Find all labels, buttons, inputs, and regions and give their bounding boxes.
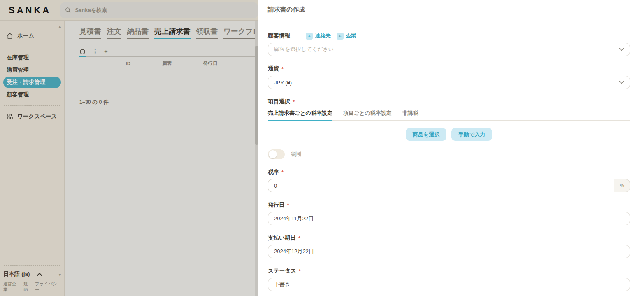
tab-workflow[interactable]: ワークフロー — [223, 26, 258, 39]
sidebar-item-home[interactable]: ホーム — [3, 30, 61, 42]
column-header-issue-date[interactable]: 発行日 — [188, 61, 233, 67]
discount-label: 割引 — [291, 151, 302, 158]
customer-field-group: 顧客情報 + 連絡先 + 企業 顧客を選択してください — [268, 32, 630, 56]
due-date-input[interactable]: 2024年12月22日 — [268, 245, 630, 258]
currency-field-group: 通貨 * JPY (¥) — [268, 65, 630, 89]
add-contact-button[interactable]: + 連絡先 — [306, 33, 331, 40]
chevron-down-icon — [619, 48, 624, 51]
required-mark: * — [281, 66, 284, 72]
sidebar-item-label: ワークスペース — [17, 113, 57, 120]
item-action-buttons: 商品を選択 手動で入力 — [268, 128, 630, 141]
home-icon — [7, 33, 13, 39]
pagination-status: 1–30 の 0 件 — [79, 99, 258, 106]
tax-rate-input[interactable] — [274, 183, 608, 189]
scrollbar[interactable] — [255, 21, 258, 296]
required-mark: * — [293, 99, 295, 105]
sidebar-divider — [4, 105, 60, 106]
app-window: SANKA ▲ ホーム 在庫管理 購買管理 受注・請求管理 顧客 — [0, 0, 644, 296]
column-header-id[interactable]: ID — [79, 57, 146, 70]
drawer-title: 請求書の作成 — [268, 6, 630, 14]
required-mark: * — [287, 202, 289, 208]
chevron-up-icon — [37, 273, 42, 276]
invoice-form: 顧客情報 + 連絡先 + 企業 顧客を選択してください — [258, 32, 644, 296]
add-company-button[interactable]: + 企業 — [337, 33, 356, 40]
tax-rate-field-group: 税率 * % — [268, 168, 630, 192]
sidebar-scroll-up-icon[interactable]: ▲ — [58, 24, 62, 28]
tax-mode-tabs: 売上請求書ごとの税率設定 項目ごとの税率設定 非課税 — [268, 110, 630, 121]
footer-link-company[interactable]: 運営企業 — [3, 281, 21, 293]
search-icon — [65, 7, 71, 13]
kebab-menu-icon[interactable]: ⋮ — [93, 49, 98, 56]
tab-orders[interactable]: 注文 — [107, 26, 121, 39]
tab-delivery-notes[interactable]: 納品書 — [127, 26, 149, 39]
tax-rate-label: 税率 — [268, 168, 279, 176]
background-page: SANKA ▲ ホーム 在庫管理 購買管理 受注・請求管理 顧客 — [0, 0, 258, 296]
add-company-label: 企業 — [346, 33, 356, 40]
customer-add-actions: + 連絡先 + 企業 — [306, 33, 356, 40]
tab-receipts[interactable]: 領収書 — [196, 26, 218, 39]
workspace-icon — [7, 113, 13, 120]
sidebar-divider — [4, 265, 60, 266]
scrollbar-thumb[interactable] — [255, 46, 258, 145]
select-product-button[interactable]: 商品を選択 — [406, 128, 446, 141]
issue-date-input[interactable]: 2024年11月22日 — [268, 212, 630, 225]
plus-icon: + — [337, 33, 344, 40]
required-mark: * — [298, 235, 300, 241]
top-bar: SANKA — [0, 0, 258, 21]
status-input[interactable]: 下書き — [268, 278, 630, 291]
sidebar-item-label: 受注・請求管理 — [7, 79, 46, 86]
tab-tax-per-item[interactable]: 項目ごとの税率設定 — [343, 110, 392, 117]
search-input[interactable] — [75, 7, 248, 13]
sanka-logo: SANKA — [0, 5, 60, 16]
customer-label: 顧客情報 — [268, 32, 290, 40]
currency-select[interactable]: JPY (¥) — [268, 76, 630, 89]
percent-suffix: % — [614, 179, 630, 192]
required-mark: * — [299, 268, 301, 274]
currency-value: JPY (¥) — [274, 79, 292, 86]
sidebar-footer: 日本語 (ja) 運営企業 規約 プライバシー — [3, 260, 61, 293]
footer-links: 運営企業 規約 プライバシー — [3, 281, 61, 293]
language-selector[interactable]: 日本語 (ja) — [3, 270, 61, 278]
view-tab-circle-icon[interactable] — [79, 49, 86, 57]
manual-input-button[interactable]: 手動で入力 — [451, 128, 492, 141]
tab-quotes[interactable]: 見積書 — [79, 26, 101, 39]
table-empty-row — [79, 70, 258, 86]
sidebar-divider — [4, 47, 60, 47]
due-date-label: 支払い期日 — [268, 234, 296, 242]
discount-toggle-row: 割引 — [268, 149, 630, 159]
footer-link-terms[interactable]: 規約 — [23, 281, 32, 293]
sidebar-item-purchasing[interactable]: 購買管理 — [3, 64, 61, 76]
due-date-field-group: 支払い期日 * 2024年12月22日 — [268, 234, 630, 258]
required-mark: * — [281, 169, 284, 175]
customer-select[interactable]: 顧客を選択してください — [268, 43, 630, 56]
sidebar-item-customers[interactable]: 顧客管理 — [3, 89, 61, 100]
status-value: 下書き — [274, 281, 290, 288]
add-view-button[interactable]: + — [104, 48, 108, 56]
sidebar-item-workspace[interactable]: ワークスペース — [3, 111, 61, 122]
list-toolbar: ⋮ + — [79, 48, 258, 57]
sidebar-item-label: ホーム — [17, 32, 34, 40]
toggle-knob — [269, 150, 277, 158]
item-select-label: 項目選択 — [268, 98, 290, 105]
column-header-customer[interactable]: 顧客 — [146, 61, 188, 67]
create-invoice-drawer: 請求書の作成 顧客情報 + 連絡先 + 企業 — [258, 0, 644, 296]
language-label: 日本語 (ja) — [3, 270, 30, 278]
add-contact-label: 連絡先 — [315, 33, 331, 40]
issue-date-label: 発行日 — [268, 201, 285, 209]
document-list-area: 見積書 注文 納品書 売上請求書 領収書 ワークフロー ⋮ + ID 顧客 発行… — [65, 21, 258, 296]
tab-sales-invoices[interactable]: 売上請求書 — [154, 26, 191, 39]
due-date-value: 2024年12月22日 — [274, 248, 314, 255]
tab-tax-exempt[interactable]: 非課税 — [402, 110, 418, 117]
global-search[interactable] — [60, 2, 258, 18]
status-field-group: ステータス * 下書き — [268, 267, 630, 291]
footer-link-privacy[interactable]: プライバシー — [35, 281, 61, 293]
document-tabs: 見積書 注文 納品書 売上請求書 領収書 ワークフロー — [79, 26, 258, 39]
chevron-down-icon — [619, 81, 624, 84]
tab-tax-per-invoice[interactable]: 売上請求書ごとの税率設定 — [268, 110, 332, 117]
tax-rate-input-group: % — [268, 179, 630, 192]
sidebar-item-orders-billing[interactable]: 受注・請求管理 — [3, 77, 61, 88]
discount-toggle[interactable] — [268, 149, 285, 159]
customer-select-placeholder: 顧客を選択してください — [274, 46, 334, 53]
drawer-header: 請求書の作成 — [258, 0, 644, 19]
sidebar-item-inventory[interactable]: 在庫管理 — [3, 52, 61, 63]
